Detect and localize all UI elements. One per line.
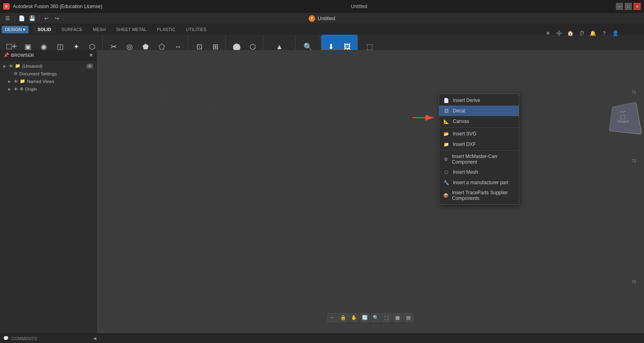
folder-icon: 📁 [15,63,21,69]
insert-derive-label: Insert Derive [453,98,480,103]
sidebar-pin-icon[interactable]: 📌 [3,52,9,58]
document-name-area: F Untitled [309,15,335,22]
svg-line-8 [97,50,177,110]
notifications-button[interactable]: 🔔 [588,29,597,37]
viewport-fit-button[interactable]: ⬚ [382,313,392,322]
sidebar-tree: ▶ 👁 📁 (Unsaved) ⚙ ⚙ Document Settings ▶ … [0,60,96,333]
new-button[interactable]: 📄 [17,14,26,23]
svg-label: Insert SVG [453,131,477,137]
annotation-arrow [413,114,437,122]
menu-item-insert-derive[interactable]: 📄 Insert Derive [439,95,519,106]
redo-button[interactable]: ↪ [52,14,61,23]
comments-label: COMMENTS [11,336,37,341]
tab-mesh[interactable]: MESH [88,25,111,33]
insert-derive-icon: 📄 [443,97,450,104]
save-button[interactable]: 💾 [28,14,37,23]
undo-button[interactable]: ↩ [42,14,51,23]
jobs-button[interactable]: ⏱ [577,29,586,37]
unsaved-badge: ⚙ [87,64,93,69]
mfr-icon: 🔧 [443,179,450,186]
comments-toggle[interactable]: ◀ [93,336,96,341]
grid-overlay [97,50,217,110]
viewport-grid-button[interactable]: ▦ [393,313,402,322]
separator [14,15,15,22]
axis-y-label: 75 [632,90,636,95]
tree-item-named-views[interactable]: ▶ 👁 📁 Named Views [0,77,96,85]
axis-zero-label: 70 [632,159,636,163]
3d-viewport[interactable]: 📄 Insert Derive 🖼 Decal 📐 Canvas 📂 Inser… [97,50,644,333]
tab-sheet-metal[interactable]: SHEET METAL [111,25,151,33]
sidebar-close-button[interactable]: ✕ [89,52,93,58]
title-bar: F Autodesk Fusion 360 (Education License… [0,0,644,13]
quickaccess-toolbar: ☰ 📄 💾 ↩ ↪ F Untitled ✕ ➕ 🏠 ⏱ 🔔 ? 👤 [0,13,644,24]
mesh-icon: ⬡ [443,169,450,175]
viewport-lock-button[interactable]: 🔒 [339,313,348,322]
menu-item-insert-dxf[interactable]: 📁 Insert DXF [439,139,519,150]
navcube-face[interactable]: TOP ⬚ FRONT [609,102,642,135]
tab-utilities[interactable]: UTILITIES [181,25,211,33]
tree-item-root[interactable]: ▶ 👁 📁 (Unsaved) ⚙ [0,62,96,70]
menu-item-insert-mesh[interactable]: ⬡ Insert Mesh [439,167,519,177]
comments-section: 💬 COMMENTS ◀ [3,336,100,341]
menu-item-mcmaster[interactable]: ⚙ Insert McMaster-Carr Component [439,152,519,167]
separator2 [39,15,39,22]
tab-plastic[interactable]: PLASTIC [152,25,180,33]
svg-line-9 [129,50,217,110]
viewport-pan-button[interactable]: ✋ [349,313,359,322]
viewport-orbit-button[interactable]: 🔄 [360,313,370,322]
doc-settings-label: Document Settings [19,71,93,76]
viewport-zoom-button[interactable]: 🔍 [371,313,381,322]
close-doc-button[interactable]: ✕ [543,29,552,37]
tree-item-origin[interactable]: ▶ 👁 ⊕ Origin [0,85,96,93]
help-button[interactable]: ? [600,29,609,37]
expand-icon: ▶ [3,64,7,68]
add-tab-button[interactable]: ➕ [555,29,564,37]
insert-dropdown-menu: 📄 Insert Derive 🖼 Decal 📐 Canvas 📂 Inser… [439,94,519,205]
svg-icon: 📂 [443,131,450,137]
viewport-move-button[interactable]: ↔ [328,313,337,322]
header-right-buttons: ✕ ➕ 🏠 ⏱ 🔔 ? 👤 [543,27,620,39]
eye-icon: 👁 [9,64,13,69]
menu-item-decal[interactable]: 🖼 Decal [439,106,519,116]
doc-type-icon: F [309,15,315,22]
user-button[interactable]: 👤 [611,29,620,37]
maximize-button[interactable]: □ [625,3,632,10]
cube-icon: ⬚ [620,113,625,120]
views-icon: 👁 [14,79,18,84]
home-button[interactable]: 🏠 [566,29,575,37]
comments-icon: 💬 [3,336,9,341]
viewport-toolbar: ↔ 🔒 ✋ 🔄 🔍 ⬚ ▦ ▤ [328,313,413,322]
minimize-button[interactable]: ─ [616,3,623,10]
front-label: FRONT [617,119,629,123]
menu-item-traceparts[interactable]: 📦 Insert TraceParts Supplier Components [439,188,519,203]
tab-solid[interactable]: SOLID [33,25,56,33]
dropdown-separator [439,127,519,128]
tab-surface[interactable]: SURFACE [57,25,87,33]
viewport-display-button[interactable]: ▤ [404,313,413,322]
svg-line-15 [205,50,217,110]
named-views-label: Named Views [27,79,93,84]
document-title: Untitled [318,15,335,21]
mcmaster-icon: ⚙ [443,156,449,162]
traceparts-icon: 📦 [443,192,449,199]
menu-button[interactable]: ☰ [3,14,12,23]
sidebar-title: BROWSER [11,53,34,58]
dropdown-separator2 [439,150,519,151]
dxf-icon: 📁 [443,141,450,148]
svg-line-10 [193,50,217,110]
menu-item-mfr-part[interactable]: 🔧 Insert a manufacturer part [439,177,519,188]
root-label: (Unsaved) [22,64,85,69]
origin-label: Origin [25,87,93,91]
app-icon: F [3,3,10,10]
sidebar-header: 📌 BROWSER ✕ [0,50,96,60]
mesh-label: Insert Mesh [453,169,478,175]
tree-item-doc-settings[interactable]: ⚙ Document Settings [0,70,96,77]
status-bar: 💬 COMMENTS ◀ [0,333,644,343]
doc-title: Untitled [351,4,367,9]
navigation-cube[interactable]: TOP ⬚ FRONT [609,102,641,135]
close-button[interactable]: ✕ [634,3,641,10]
traceparts-label: Insert TraceParts Supplier Components [452,190,515,201]
design-dropdown-button[interactable]: DESIGN ▾ [2,26,29,33]
menu-item-canvas[interactable]: 📐 Canvas [439,116,519,127]
menu-item-insert-svg[interactable]: 📂 Insert SVG [439,129,519,139]
